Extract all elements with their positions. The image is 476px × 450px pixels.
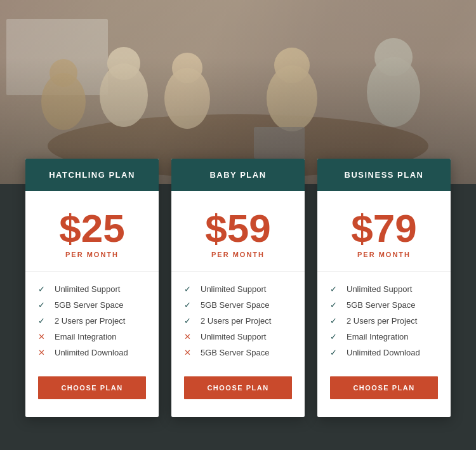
check-icon: ✓ (330, 284, 341, 294)
feature-label: 5GB Server Space (201, 348, 269, 357)
svg-point-9 (267, 65, 317, 131)
plan-period-business: PER MONTH (324, 251, 444, 258)
feature-label: Unlimited Support (347, 284, 412, 294)
plan-card-business: BUSINESS PLAN$79PER MONTH✓Unlimited Supp… (317, 159, 451, 417)
feature-label: Unlimited Download (55, 348, 128, 357)
list-item: ✓2 Users per Project (330, 316, 438, 326)
list-item: ✕Unlimited Download (38, 348, 146, 357)
list-item: ✕Unlimited Support (184, 332, 292, 341)
cross-icon: ✕ (38, 332, 50, 341)
plan-features-hatchling: ✓Unlimited Support✓5GB Server Space✓2 Us… (25, 272, 159, 376)
svg-point-4 (50, 59, 77, 87)
plan-header-hatchling: HATCHLING PLAN (25, 159, 159, 191)
check-icon: ✓ (38, 284, 50, 294)
list-item: ✓Unlimited Support (38, 284, 146, 294)
list-item: ✓5GB Server Space (184, 300, 292, 310)
feature-label: 2 Users per Project (201, 316, 271, 326)
list-item: ✓5GB Server Space (38, 300, 146, 310)
feature-label: 5GB Server Space (55, 300, 123, 310)
hero-image (0, 0, 476, 184)
svg-point-5 (100, 63, 148, 127)
list-item: ✓Unlimited Support (184, 284, 292, 294)
list-item: ✕5GB Server Space (184, 348, 292, 357)
plan-features-baby: ✓Unlimited Support✓5GB Server Space✓2 Us… (171, 272, 305, 376)
choose-plan-button-business[interactable]: CHOOSE PLAN (330, 376, 438, 399)
plan-price-baby: $59 (178, 209, 298, 248)
plan-features-business: ✓Unlimited Support✓5GB Server Space✓2 Us… (317, 272, 451, 376)
list-item: ✕Email Integration (38, 332, 146, 341)
plan-period-baby: PER MONTH (178, 251, 298, 258)
plan-price-hatchling: $25 (32, 209, 152, 248)
svg-rect-13 (254, 127, 305, 159)
list-item: ✓Email Integration (330, 332, 438, 341)
plan-price-section-baby: $59PER MONTH (171, 191, 305, 272)
choose-plan-button-baby[interactable]: CHOOSE PLAN (184, 376, 292, 399)
svg-point-3 (41, 73, 86, 130)
list-item: ✓Unlimited Support (330, 284, 438, 294)
check-icon: ✓ (330, 348, 341, 357)
check-icon: ✓ (330, 300, 341, 310)
cross-icon: ✕ (184, 348, 195, 357)
check-icon: ✓ (330, 332, 341, 341)
plan-header-baby: BABY PLAN (171, 159, 305, 191)
feature-label: Unlimited Support (201, 332, 266, 341)
check-icon: ✓ (184, 316, 195, 326)
cross-icon: ✕ (38, 348, 50, 357)
feature-label: Email Integration (347, 332, 409, 341)
feature-label: Unlimited Download (347, 348, 420, 357)
feature-label: Unlimited Support (201, 284, 266, 294)
plan-header-business: BUSINESS PLAN (317, 159, 451, 191)
choose-plan-button-hatchling[interactable]: CHOOSE PLAN (38, 376, 146, 399)
plan-card-hatchling: HATCHLING PLAN$25PER MONTH✓Unlimited Sup… (25, 159, 159, 417)
feature-label: 5GB Server Space (201, 300, 269, 310)
list-item: ✓5GB Server Space (330, 300, 438, 310)
list-item: ✓2 Users per Project (38, 316, 146, 326)
plan-cta-hatchling: CHOOSE PLAN (25, 376, 159, 417)
check-icon: ✓ (184, 284, 195, 294)
svg-point-7 (164, 68, 210, 129)
plan-price-section-hatchling: $25PER MONTH (25, 191, 159, 272)
plan-card-baby: BABY PLAN$59PER MONTH✓Unlimited Support✓… (171, 159, 305, 417)
cross-icon: ✕ (184, 332, 195, 341)
check-icon: ✓ (38, 316, 50, 326)
plans-section: HATCHLING PLAN$25PER MONTH✓Unlimited Sup… (0, 184, 476, 450)
svg-point-8 (172, 53, 202, 83)
feature-label: 2 Users per Project (55, 316, 125, 326)
feature-label: 2 Users per Project (347, 316, 417, 326)
list-item: ✓2 Users per Project (184, 316, 292, 326)
check-icon: ✓ (330, 316, 341, 326)
list-item: ✓Unlimited Download (330, 348, 438, 357)
plan-price-business: $79 (324, 209, 444, 248)
plan-period-hatchling: PER MONTH (32, 251, 152, 258)
feature-label: 5GB Server Space (347, 300, 415, 310)
svg-point-11 (367, 57, 420, 127)
feature-label: Email Integration (55, 332, 117, 341)
check-icon: ✓ (184, 300, 195, 310)
check-icon: ✓ (38, 300, 50, 310)
svg-rect-14 (0, 0, 476, 184)
feature-label: Unlimited Support (55, 284, 120, 294)
plan-cta-business: CHOOSE PLAN (317, 376, 451, 417)
plan-cta-baby: CHOOSE PLAN (171, 376, 305, 417)
plan-price-section-business: $79PER MONTH (317, 191, 451, 272)
